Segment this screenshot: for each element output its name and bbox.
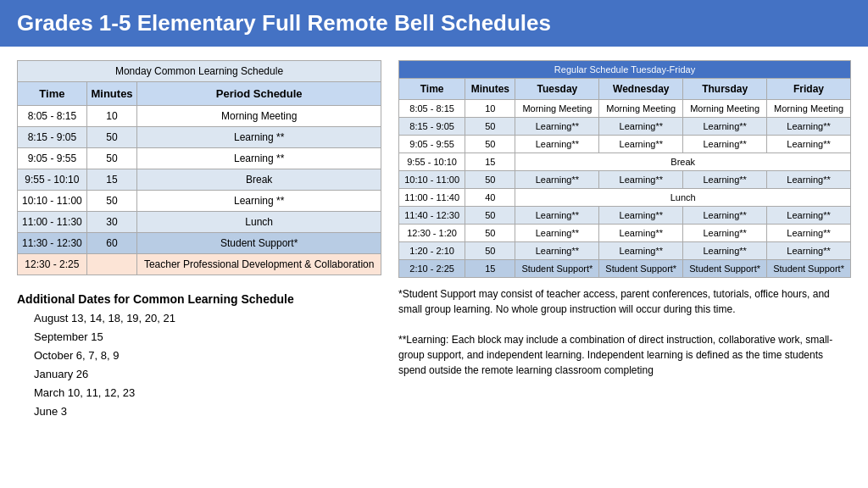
cell-wed: Learning** (599, 242, 683, 260)
cell-tue: Morning Meeting (515, 100, 599, 118)
cell-minutes: 50 (86, 191, 137, 212)
cell-minutes: 40 (465, 189, 515, 207)
cell-thu: Morning Meeting (683, 100, 767, 118)
cell-period: Learning ** (137, 191, 381, 212)
cell-tue: Learning** (515, 225, 599, 242)
cell-tue: Learning** (515, 242, 599, 260)
cell-minutes: 50 (86, 127, 137, 148)
footnote-learning: **Learning: Each block may include a com… (398, 332, 851, 378)
cell-period: Learning ** (137, 127, 381, 148)
cell-time: 9:05 - 9:55 (18, 148, 87, 169)
list-item: September 15 (34, 328, 381, 347)
list-item: March 10, 11, 12, 23 (34, 384, 381, 402)
cell-time: 11:40 - 12:30 (399, 207, 465, 225)
cell-wed: Morning Meeting (599, 100, 683, 118)
cell-wed: Student Support* (599, 260, 683, 278)
cell-minutes: 15 (86, 169, 137, 191)
cell-wed: Learning** (599, 225, 683, 242)
cell-minutes: 50 (465, 207, 515, 225)
cell-minutes: 50 (465, 225, 515, 242)
list-item: August 13, 14, 18, 19, 20, 21 (34, 309, 381, 328)
cell-tue: Learning** (515, 136, 599, 153)
cell-minutes: 10 (86, 106, 137, 127)
regular-schedule-panel: Regular Schedule Tuesday-Friday Time Min… (398, 60, 851, 422)
cell-time: 8:15 - 9:05 (18, 127, 87, 148)
monday-header: Monday Common Learning Schedule (18, 61, 381, 82)
cell-minutes: 15 (465, 260, 515, 278)
col-period: Period Schedule (137, 82, 381, 106)
regular-header: Regular Schedule Tuesday-Friday (399, 61, 851, 79)
table-row: 11:30 - 12:3060Student Support* (18, 233, 381, 254)
cell-time: 11:30 - 12:30 (18, 233, 87, 254)
table-row: 11:00 - 11:4040Lunch (399, 189, 851, 207)
cell-period: Teacher Professional Development & Colla… (137, 254, 381, 275)
table-row: 1:20 - 2:1050Learning**Learning**Learnin… (399, 242, 851, 260)
cell-tue: Learning** (515, 207, 599, 225)
cell-time: 10:10 - 11:00 (399, 171, 465, 189)
table-row: 8:05 - 8:1510Morning MeetingMorning Meet… (399, 100, 851, 118)
list-item: October 6, 7, 8, 9 (34, 347, 381, 365)
cell-time: 9:05 - 9:55 (399, 136, 465, 153)
cell-fri: Learning** (767, 118, 851, 136)
cell-period: Break (137, 169, 381, 191)
cell-wed: Learning** (599, 136, 683, 153)
list-item: June 3 (34, 402, 381, 421)
rcol-wednesday: Wednesday (599, 79, 683, 100)
cell-period: Lunch (137, 212, 381, 233)
cell-time: 8:05 - 8:15 (399, 100, 465, 118)
cell-minutes: 50 (465, 136, 515, 153)
cell-thu: Learning** (683, 136, 767, 153)
cell-period: Student Support* (137, 233, 381, 254)
cell-fri: Learning** (767, 207, 851, 225)
cell-fri: Student Support* (767, 260, 851, 278)
table-row: 9:05 - 9:5550Learning**Learning**Learnin… (399, 136, 851, 153)
table-row: 9:55 - 10:1015Break (18, 169, 381, 191)
rcol-thursday: Thursday (683, 79, 767, 100)
cell-time: 9:55 - 10:10 (399, 153, 465, 171)
cell-time: 12:30 - 1:20 (399, 225, 465, 242)
cell-span: Lunch (515, 189, 851, 207)
additional-dates-title: Additional Dates for Common Learning Sch… (17, 292, 381, 306)
page-title: Grades 1-5 Elementary Full Remote Bell S… (17, 10, 551, 36)
cell-fri: Morning Meeting (767, 100, 851, 118)
additional-dates-section: Additional Dates for Common Learning Sch… (17, 292, 381, 422)
cell-fri: Learning** (767, 136, 851, 153)
cell-period: Morning Meeting (137, 106, 381, 127)
table-row: 10:10 - 11:0050Learning**Learning**Learn… (399, 171, 851, 189)
table-row: 9:05 - 9:5550Learning ** (18, 148, 381, 169)
rcol-time: Time (399, 79, 465, 100)
cell-wed: Learning** (599, 118, 683, 136)
table-row: 8:15 - 9:0550Learning**Learning**Learnin… (399, 118, 851, 136)
cell-thu: Learning** (683, 118, 767, 136)
cell-time: 9:55 - 10:10 (18, 169, 87, 191)
cell-thu: Learning** (683, 225, 767, 242)
table-row: 10:10 - 11:0050Learning ** (18, 191, 381, 212)
cell-period: Learning ** (137, 148, 381, 169)
cell-tue: Learning** (515, 118, 599, 136)
cell-fri: Learning** (767, 242, 851, 260)
table-row: 8:15 - 9:0550Learning ** (18, 127, 381, 148)
cell-thu: Student Support* (683, 260, 767, 278)
cell-thu: Learning** (683, 242, 767, 260)
cell-time: 2:10 - 2:25 (399, 260, 465, 278)
cell-minutes: 50 (465, 118, 515, 136)
rcol-tuesday: Tuesday (515, 79, 599, 100)
cell-time: 8:15 - 9:05 (399, 118, 465, 136)
table-row: 11:40 - 12:3050Learning**Learning**Learn… (399, 207, 851, 225)
cell-minutes: 50 (465, 242, 515, 260)
col-time: Time (18, 82, 87, 106)
table-row: 9:55 - 10:1015Break (399, 153, 851, 171)
cell-wed: Learning** (599, 207, 683, 225)
cell-fri: Learning** (767, 171, 851, 189)
cell-thu: Learning** (683, 207, 767, 225)
cell-time: 11:00 - 11:30 (18, 212, 87, 233)
cell-minutes: 30 (86, 212, 137, 233)
table-row: 11:00 - 11:3030Lunch (18, 212, 381, 233)
cell-wed: Learning** (599, 171, 683, 189)
table-row: 12:30 - 2:25Teacher Professional Develop… (18, 254, 381, 275)
cell-minutes (86, 254, 137, 275)
cell-span: Break (515, 153, 851, 171)
cell-time: 11:00 - 11:40 (399, 189, 465, 207)
footnote-support: *Student Support may consist of teacher … (398, 286, 851, 317)
cell-minutes: 10 (465, 100, 515, 118)
